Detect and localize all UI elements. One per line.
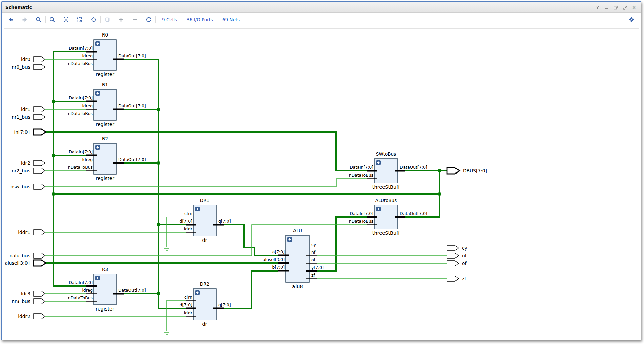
output-port-shape[interactable] [447, 276, 459, 281]
port-label: ldr2 [21, 160, 30, 166]
junction [52, 100, 55, 103]
schematic-canvas: R0 register DataIn[7:0] ldreg nDataToBus… [0, 0, 644, 345]
port-label: ldr3 [21, 291, 30, 296]
net-alu-y[interactable] [317, 217, 367, 271]
port-ldr2: ldr2 [21, 160, 45, 166]
net-nsw-bus[interactable] [45, 179, 367, 187]
cell-r2: R2 register DataIn[7:0] ldreg nDataToBus… [68, 136, 146, 181]
pin-label: ldreg [82, 288, 93, 293]
input-port-shape[interactable] [34, 230, 45, 235]
pin-label: of [311, 257, 316, 262]
junction [157, 108, 160, 111]
port-label: nr2_bus [12, 168, 30, 174]
port-label: alusel[3:0] [5, 260, 30, 266]
port-of: of [447, 261, 467, 266]
port-nsw-bus: nsw_bus [10, 184, 45, 189]
cell-title: SWtoBus [376, 151, 396, 157]
cell-alu: ALU alu8 a[7:0] alusel[3:0] b[7:0] cy nf… [263, 228, 324, 289]
pin-label: DataIn[7:0] [69, 95, 93, 100]
input-port-shape[interactable] [34, 314, 45, 319]
cell-type: register [96, 122, 114, 127]
pin-label: DataIn[7:0] [69, 46, 93, 51]
port-cy: cy [447, 245, 467, 251]
net-dr2-q[interactable] [224, 271, 278, 308]
pin-label: DataIn[7:0] [350, 165, 373, 170]
input-port-shape[interactable] [34, 291, 45, 296]
junction [52, 154, 55, 157]
pin-label: nf [311, 250, 316, 255]
input-port-shape[interactable] [34, 260, 46, 266]
input-port-shape[interactable] [34, 184, 45, 189]
input-port-shape[interactable] [34, 299, 45, 304]
pin-label: DataOut[7:0] [118, 157, 146, 162]
cell-title: ALU [293, 228, 302, 233]
pin-label: nDataToBus [349, 172, 373, 178]
pin-label: nDataToBus [68, 61, 93, 66]
pin-label: q[7:0] [218, 219, 231, 224]
pin-label: ldreg [82, 53, 93, 58]
port-nr2-bus: nr2_bus [12, 168, 45, 174]
port-nr3-bus: nr3_bus [12, 299, 45, 304]
input-port-shape[interactable] [34, 107, 45, 112]
input-port-shape[interactable] [34, 64, 45, 70]
pin-label: DataOut[7:0] [118, 103, 146, 108]
port-lddr1: lddr1 [18, 230, 45, 235]
cell-r0: R0 register DataIn[7:0] ldreg nDataToBus… [68, 32, 146, 77]
cell-title: ALUtoBus [375, 198, 397, 203]
input-port-shape[interactable] [34, 129, 46, 135]
output-port-shape[interactable] [447, 245, 459, 251]
pin-label: nDataToBus [349, 219, 373, 224]
port-lddr2: lddr2 [18, 314, 45, 319]
pin-label: lddr [184, 226, 193, 231]
pin-label: d[7:0] [180, 302, 192, 307]
pin-label: b[7:0] [272, 265, 285, 270]
port-dbus: DBUS[7:0] [447, 168, 487, 174]
pin-label: DataOut[7:0] [118, 53, 146, 58]
pin-label: DataIn[7:0] [350, 211, 373, 216]
port-label: in[7:0] [14, 129, 30, 135]
pin-label: nDataToBus [68, 111, 93, 116]
pin-label: DataIn[7:0] [69, 149, 93, 154]
pin-label: nDataToBus [68, 295, 93, 300]
cell-title: R2 [102, 136, 108, 141]
port-nf: nf [447, 253, 467, 258]
pin-label: d[7:0] [180, 219, 192, 224]
cell-r3: R3 register DataIn[7:0] ldreg nDataToBus… [68, 267, 146, 312]
output-port-shape[interactable] [447, 261, 459, 266]
pin-label: ldreg [82, 157, 93, 162]
pin-label: DataOut[7:0] [400, 165, 427, 170]
pin-label: clrn [184, 211, 192, 216]
cell-body[interactable] [286, 235, 309, 282]
port-label: cy [462, 245, 467, 251]
cell-title: R3 [102, 267, 108, 272]
output-port-shape[interactable] [447, 168, 460, 174]
port-label: lddr2 [18, 314, 30, 319]
cell-r1: R1 register DataIn[7:0] ldreg nDataToBus… [68, 82, 146, 127]
input-port-shape[interactable] [34, 57, 45, 62]
junction [438, 169, 441, 172]
port-label: nr3_bus [12, 299, 30, 304]
port-label: nr1_bus [12, 114, 30, 120]
pin-label: DataIn[7:0] [69, 280, 93, 285]
input-port-shape[interactable] [34, 168, 45, 174]
port-label: nr0_bus [12, 64, 30, 70]
port-nr0-bus: nr0_bus [12, 64, 45, 70]
cell-type: threeStBuff [372, 184, 400, 190]
cell-type: register [96, 72, 114, 77]
input-port-shape[interactable] [34, 114, 45, 120]
input-port-shape[interactable] [34, 253, 45, 258]
net-regout-vertical[interactable] [124, 59, 186, 308]
cell-title: DR2 [200, 281, 209, 287]
ground-symbol [162, 331, 170, 334]
net-dr1-q[interactable] [224, 225, 278, 255]
input-port-shape[interactable] [34, 160, 45, 166]
pin-label: cy [311, 242, 316, 247]
pin-label: clrn [184, 295, 192, 300]
output-port-shape[interactable] [447, 253, 459, 258]
port-label: zf [462, 276, 466, 281]
port-label: of [462, 261, 467, 266]
port-label: nalu_bus [10, 253, 30, 258]
pin-label: a[7:0] [272, 249, 285, 254]
junction [438, 193, 441, 196]
port-nalu-bus: nalu_bus [10, 253, 45, 258]
